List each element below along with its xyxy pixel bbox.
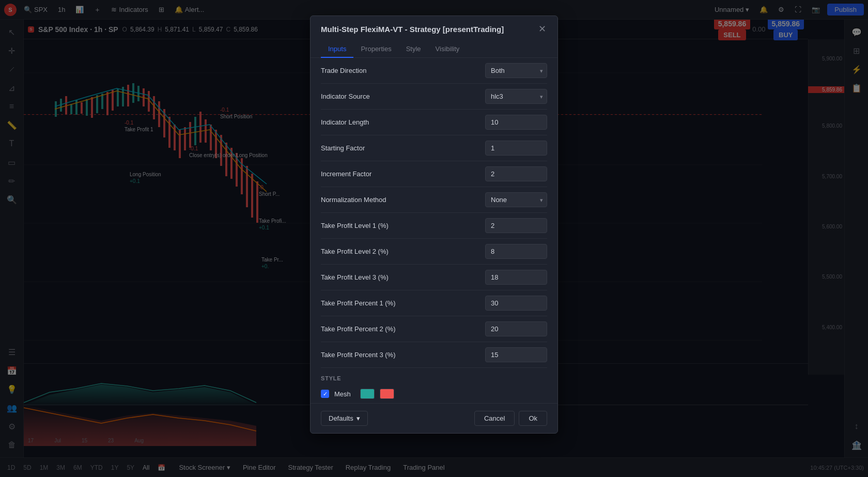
select-normalization-method[interactable]: None Min-Max Z-Score <box>485 192 547 207</box>
modal-body[interactable]: Trade Direction Both Long Short Indicato… <box>311 58 557 403</box>
field-tp-level-1: Take Profit Level 1 (%) <box>321 213 547 239</box>
field-normalization-method: Normalization Method None Min-Max Z-Scor… <box>321 187 547 213</box>
input-tp-level-2[interactable] <box>485 244 547 259</box>
modal-overlay: Multi-Step FlexiMA-VT - Strategy [presen… <box>0 0 868 477</box>
ok-button[interactable]: Ok <box>519 411 547 426</box>
label-increment-factor: Increment Factor <box>321 170 485 178</box>
select-trade-direction-wrapper: Both Long Short <box>485 63 547 78</box>
label-tp-percent-2: Take Profit Percent 2 (%) <box>321 325 485 333</box>
label-starting-factor: Starting Factor <box>321 144 485 152</box>
label-indicator-source: Indicator Source <box>321 93 485 100</box>
select-indicator-source-wrapper: hlc3 close open high low <box>485 89 547 104</box>
input-tp-level-3[interactable] <box>485 270 547 285</box>
select-trade-direction[interactable]: Both Long Short <box>485 63 547 78</box>
mesh-row: Mesh <box>321 384 547 403</box>
input-tp-percent-1[interactable] <box>485 296 547 311</box>
modal-footer: Defaults ▾ Cancel Ok <box>311 403 557 433</box>
mesh-checkbox[interactable] <box>321 390 329 398</box>
label-tp-level-2: Take Profit Level 2 (%) <box>321 248 485 255</box>
input-indicator-length[interactable] <box>485 115 547 130</box>
field-tp-percent-1: Take Profit Percent 1 (%) <box>321 290 547 316</box>
label-normalization-method: Normalization Method <box>321 196 485 204</box>
tab-inputs[interactable]: Inputs <box>321 41 353 58</box>
field-tp-percent-2: Take Profit Percent 2 (%) <box>321 316 547 342</box>
input-tp-percent-3[interactable] <box>485 347 547 362</box>
label-trade-direction: Trade Direction <box>321 67 485 74</box>
field-tp-level-3: Take Profit Level 3 (%) <box>321 265 547 290</box>
field-indicator-length: Indicator Length <box>321 110 547 135</box>
select-indicator-source[interactable]: hlc3 close open high low <box>485 89 547 104</box>
field-starting-factor: Starting Factor <box>321 135 547 161</box>
label-tp-level-1: Take Profit Level 1 (%) <box>321 222 485 229</box>
chart-background: S 🔍 SPX 1h 📊 ＋ ≋ Indicators <box>0 0 868 477</box>
input-tp-level-1[interactable] <box>485 218 547 233</box>
footer-actions: Cancel Ok <box>474 411 547 426</box>
strategy-modal: Multi-Step FlexiMA-VT - Strategy [presen… <box>310 16 558 434</box>
mesh-color-swatch-1[interactable] <box>360 389 375 399</box>
field-indicator-source: Indicator Source hlc3 close open high lo… <box>321 84 547 110</box>
mesh-color-swatch-2[interactable] <box>380 389 394 399</box>
tab-properties[interactable]: Properties <box>353 41 398 58</box>
cancel-button[interactable]: Cancel <box>474 411 515 426</box>
field-tp-percent-3: Take Profit Percent 3 (%) <box>321 342 547 368</box>
select-normalization-wrapper: None Min-Max Z-Score <box>485 192 547 207</box>
input-starting-factor[interactable] <box>485 141 547 156</box>
input-increment-factor[interactable] <box>485 166 547 181</box>
modal-tabs: Inputs Properties Style Visibility <box>311 41 557 58</box>
style-section-label: STYLE <box>321 368 547 384</box>
input-tp-percent-2[interactable] <box>485 321 547 336</box>
label-indicator-length: Indicator Length <box>321 118 485 126</box>
label-tp-percent-3: Take Profit Percent 3 (%) <box>321 351 485 359</box>
tab-style[interactable]: Style <box>399 41 428 58</box>
label-tp-percent-1: Take Profit Percent 1 (%) <box>321 299 485 307</box>
field-tp-level-2: Take Profit Level 2 (%) <box>321 239 547 265</box>
defaults-label: Defaults <box>329 414 353 422</box>
field-trade-direction: Trade Direction Both Long Short <box>321 58 547 84</box>
label-tp-level-3: Take Profit Level 3 (%) <box>321 273 485 281</box>
mesh-label: Mesh <box>334 390 351 398</box>
modal-header: Multi-Step FlexiMA-VT - Strategy [presen… <box>311 16 557 35</box>
tab-visibility[interactable]: Visibility <box>428 41 467 58</box>
modal-close-button[interactable]: ✕ <box>537 23 547 35</box>
field-increment-factor: Increment Factor <box>321 161 547 187</box>
chevron-down-icon-defaults: ▾ <box>357 414 360 422</box>
defaults-button[interactable]: Defaults ▾ <box>321 411 368 426</box>
modal-title: Multi-Step FlexiMA-VT - Strategy [presen… <box>321 25 504 34</box>
